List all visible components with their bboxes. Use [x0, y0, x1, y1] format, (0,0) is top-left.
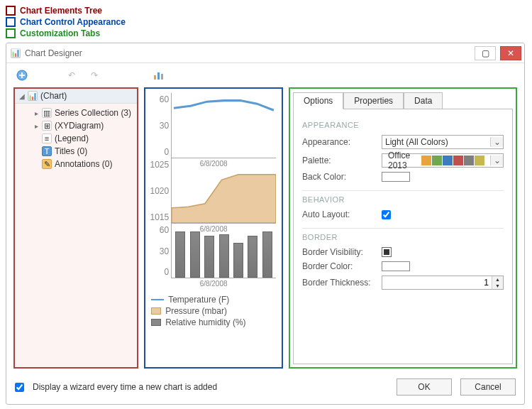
border-color-swatch[interactable] — [382, 261, 410, 271]
appearance-label: Appearance: — [302, 137, 376, 147]
chevron-down-icon: ⌄ — [490, 156, 503, 165]
add-button[interactable] — [13, 67, 31, 83]
preview-bar-chart: 60300 6/8/2008 — [151, 224, 276, 288]
footer: Display a wizard every time a new chart … — [6, 373, 524, 404]
wizard-checkbox[interactable] — [15, 383, 24, 392]
svg-rect-1 — [154, 75, 156, 80]
border-color-label: Border Color: — [302, 261, 376, 271]
series-icon: ▥ — [42, 108, 52, 118]
undo-button[interactable]: ↶ — [63, 67, 80, 83]
tree-item-series[interactable]: ▸▥Series Collection (3) — [16, 107, 135, 119]
legend-tree: Chart Elements Tree — [20, 6, 102, 16]
titles-icon: T — [42, 146, 52, 156]
spin-up-icon[interactable]: ▲ — [492, 276, 503, 283]
tree-item-xydiagram[interactable]: ▸⊞(XYDiagram) — [16, 119, 135, 132]
preview-area-chart: 102510201015 6/8/2008 — [151, 158, 276, 222]
tab-data[interactable]: Data — [404, 92, 443, 109]
svg-rect-3 — [161, 74, 163, 80]
wizard-label: Display a wizard every time a new chart … — [33, 382, 217, 392]
preview-legend: Temperature (F) Pressure (mbar) Relative… — [151, 293, 276, 329]
backcolor-label: Back Color: — [302, 172, 376, 182]
tree-item-titles[interactable]: TTitles (0) — [16, 145, 135, 158]
chart-preview: 60300 6/8/2008 102510201015 6/8/2008 603… — [144, 87, 283, 369]
palette-label: Palette: — [302, 156, 376, 165]
app-icon: 📊 — [11, 48, 21, 58]
chart-type-button[interactable] — [150, 67, 167, 83]
annotations-icon: ✎ — [42, 159, 52, 169]
tree-item-annotations[interactable]: ✎Annotations (0) — [16, 158, 135, 170]
chart-icon: 📊 — [28, 91, 38, 101]
titlebar: 📊 Chart Designer ▢ ✕ — [6, 43, 524, 63]
diagram-icon: ⊞ — [42, 121, 52, 131]
window-title: Chart Designer — [25, 48, 470, 58]
redo-button[interactable]: ↷ — [86, 67, 103, 83]
border-visibility-label: Border Visibility: — [302, 247, 376, 257]
preview-line-chart: 60300 6/8/2008 — [151, 93, 276, 157]
spin-down-icon[interactable]: ▼ — [492, 283, 503, 289]
chevron-down-icon: ⌄ — [490, 137, 503, 147]
page-legend: Chart Elements Tree Chart Control Appear… — [6, 6, 526, 38]
section-appearance: APPEARANCE — [302, 121, 504, 129]
svg-rect-2 — [157, 72, 160, 80]
palette-dropdown[interactable]: Office 2013 ⌄ — [382, 153, 504, 168]
tree-root[interactable]: ◢📊 (Chart) — [15, 89, 137, 104]
autolayout-checkbox[interactable] — [382, 210, 391, 219]
close-button[interactable]: ✕ — [500, 46, 521, 60]
border-thickness-label: Border Thickness: — [302, 278, 376, 288]
cancel-button[interactable]: Cancel — [460, 378, 516, 396]
chart-elements-tree: ◢📊 (Chart) ▸▥Series Collection (3) ▸⊞(XY… — [13, 87, 138, 369]
legend-appearance: Chart Control Appearance — [20, 17, 126, 27]
autolayout-label: Auto Layout: — [302, 209, 376, 219]
legend-icon: ≡ — [42, 133, 52, 143]
customization-tabs: Options Properties Data APPEARANCE Appea… — [289, 87, 517, 369]
svg-marker-4 — [172, 175, 276, 223]
border-thickness-input[interactable]: ▲▼ — [382, 276, 504, 290]
appearance-dropdown[interactable]: Light (All Colors)⌄ — [382, 135, 504, 149]
toolbar: ↶ ↷ — [6, 63, 524, 87]
tree-item-legend[interactable]: ≡(Legend) — [16, 132, 135, 145]
legend-tabs: Customization Tabs — [20, 28, 100, 38]
border-visibility-checkbox[interactable] — [382, 247, 392, 257]
chart-designer-window: 📊 Chart Designer ▢ ✕ ↶ ↷ ◢📊 (Chart) ▸▥Se… — [6, 43, 525, 405]
maximize-button[interactable]: ▢ — [475, 46, 496, 60]
section-behavior: BEHAVIOR — [302, 195, 504, 204]
backcolor-swatch[interactable] — [382, 172, 410, 182]
tab-properties[interactable]: Properties — [343, 92, 404, 109]
tab-options[interactable]: Options — [293, 92, 343, 109]
ok-button[interactable]: OK — [397, 378, 452, 396]
section-border: BORDER — [302, 233, 504, 241]
